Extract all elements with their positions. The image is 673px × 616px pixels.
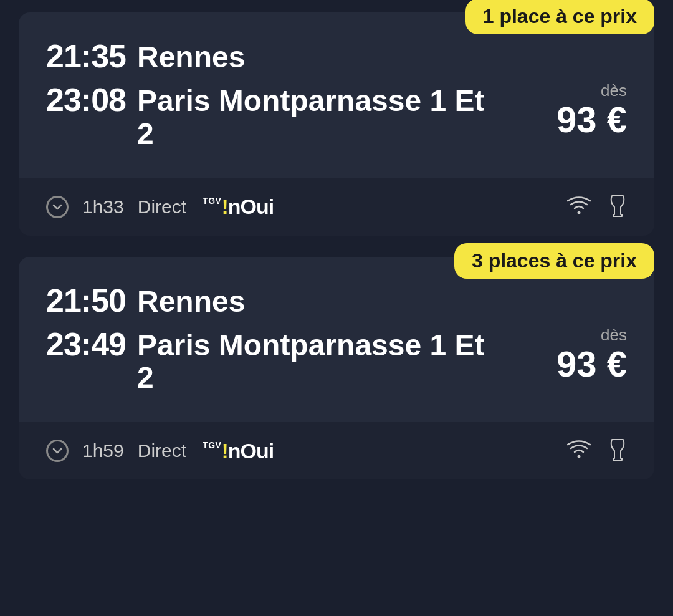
departure-station-2: Rennes [137, 284, 245, 319]
train-route-1: 21:35 Rennes 23:08 Paris Montparnasse 1 … [46, 37, 627, 151]
departure-row-2: 21:50 Rennes [46, 282, 627, 319]
arrival-station-block-1: Paris Montparnasse 1 Et 2 [137, 85, 485, 151]
svg-point-0 [578, 211, 581, 214]
price-label-1: dès [601, 81, 627, 100]
duration-1: 1h33 [82, 196, 124, 218]
arrival-station-block-2: Paris Montparnasse 1 Et 2 [137, 329, 485, 395]
departure-time-1: 21:35 [46, 37, 126, 75]
expand-icon-1[interactable] [46, 196, 69, 218]
arrival-info-2: 23:49 Paris Montparnasse 1 Et 2 [46, 325, 485, 395]
price-label-2: dès [601, 325, 627, 345]
tgv-small-2: TGV [203, 440, 221, 450]
amenities-2 [567, 437, 627, 464]
arrival-row-1: 23:08 Paris Montparnasse 1 Et 2 dès 93 € [46, 81, 627, 151]
wine-glass-icon-2 [608, 437, 627, 464]
arrival-station-2: Paris Montparnasse 1 Et [137, 329, 485, 362]
price-value-1: 93 € [556, 102, 627, 138]
arrival-row-2: 23:49 Paris Montparnasse 1 Et 2 dès 93 € [46, 325, 627, 395]
inoui-text-1: !nOui [221, 195, 274, 219]
wifi-icon-2 [567, 440, 591, 461]
train-card-2-main: 21:50 Rennes 23:49 Paris Montparnasse 1 … [19, 257, 654, 423]
tgv-inoui-logo-2: TGV !nOui [203, 439, 274, 463]
amenities-1 [567, 193, 627, 221]
train-card-2-footer[interactable]: 1h59 Direct TGV !nOui [19, 422, 654, 479]
arrival-station-line2-2: 2 [137, 362, 485, 395]
arrival-station-1: Paris Montparnasse 1 Et [137, 85, 485, 118]
direct-label-1: Direct [138, 196, 186, 218]
departure-time-2: 21:50 [46, 282, 126, 319]
tgv-inoui-logo-1: TGV !nOui [203, 195, 274, 219]
train-card-2[interactable]: 3 places à ce prix 21:50 Rennes 23:49 Pa… [19, 257, 654, 480]
expand-icon-2[interactable] [46, 440, 69, 462]
wine-glass-icon-1 [608, 193, 627, 221]
svg-point-1 [578, 455, 581, 458]
departure-info-2: 21:50 Rennes [46, 282, 245, 319]
inoui-text-2: !nOui [221, 439, 274, 463]
arrival-info-1: 23:08 Paris Montparnasse 1 Et 2 [46, 81, 485, 151]
train-route-2: 21:50 Rennes 23:49 Paris Montparnasse 1 … [46, 282, 627, 395]
price-block-2: dès 93 € [556, 325, 627, 382]
train-card-1-footer[interactable]: 1h33 Direct TGV !nOui [19, 178, 654, 236]
tgv-small-1: TGV [203, 196, 221, 206]
availability-badge-2: 3 places à ce prix [454, 243, 654, 279]
duration-2: 1h59 [82, 440, 124, 461]
departure-row-1: 21:35 Rennes [46, 37, 627, 75]
train-card-1-main: 21:35 Rennes 23:08 Paris Montparnasse 1 … [19, 12, 654, 178]
departure-info-1: 21:35 Rennes [46, 37, 245, 75]
direct-label-2: Direct [138, 440, 186, 461]
availability-badge-1: 1 place à ce prix [465, 0, 654, 34]
wifi-icon-1 [567, 196, 591, 218]
price-value-2: 93 € [556, 346, 627, 382]
arrival-time-1: 23:08 [46, 81, 126, 118]
price-block-1: dès 93 € [556, 81, 627, 138]
departure-station-1: Rennes [137, 40, 245, 74]
arrival-time-2: 23:49 [46, 325, 126, 363]
train-card-1[interactable]: 1 place à ce prix 21:35 Rennes 23:08 Par… [19, 12, 654, 236]
arrival-station-line2-1: 2 [137, 118, 485, 151]
